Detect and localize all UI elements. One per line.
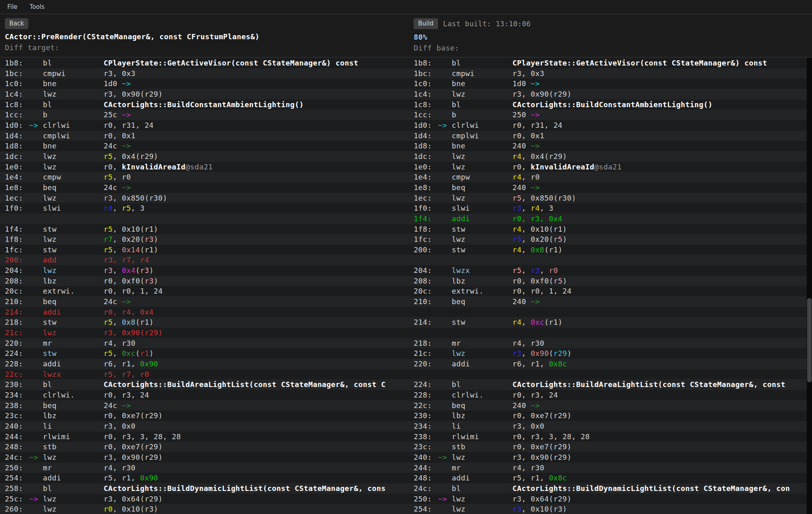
- asm-row[interactable]: 1e4:cmpwr5, r0: [0, 172, 409, 182]
- asm-row[interactable]: 1e8:beq24c ~>: [0, 182, 409, 193]
- asm-row[interactable]: 230:blCActorLights::BuildAreaLightList(c…: [0, 379, 409, 390]
- asm-address: 22c:: [409, 400, 438, 411]
- branch-arrow-slot: [438, 359, 452, 369]
- asm-row[interactable]: 23c:stbr0, 0xe7(r29): [409, 442, 812, 452]
- asm-row[interactable]: 1d4:cmplwir0, 0x1: [409, 131, 812, 141]
- branch-arrow-slot: [438, 58, 452, 68]
- asm-row[interactable]: 1cc:b250 ~>: [409, 110, 812, 120]
- asm-row[interactable]: 204:lwzxr5, r3, r0: [409, 265, 812, 276]
- asm-row[interactable]: 240:~>lwzr3, 0x90(r29): [409, 452, 812, 463]
- asm-row[interactable]: 214:stwr4, 0xc(r1): [409, 317, 812, 328]
- asm-row[interactable]: 24c:blCActorLights::BuildDynamicLightLis…: [409, 483, 812, 494]
- asm-token: CPlayerState::GetActiveVisor(const CStat…: [512, 59, 767, 67]
- asm-row[interactable]: 1e0:lwzr0, kInvalidAreaId@sda21: [409, 162, 812, 172]
- asm-row[interactable]: 248:addir5, r1, 0x8c: [409, 473, 812, 483]
- asm-row[interactable]: 1d0:~>clrlwir0, r31, 24: [409, 120, 812, 131]
- asm-row[interactable]: 250:~>lwzr3, 0x64(r29): [409, 494, 812, 504]
- asm-row[interactable]: 1e8:beq240 ~>: [409, 182, 812, 193]
- asm-row[interactable]: 1d4:cmplwir0, 0x1: [0, 131, 409, 141]
- branch-arrow-slot: [29, 58, 43, 68]
- asm-row[interactable]: 238:beq24c ~>: [0, 400, 409, 411]
- asm-row[interactable]: 218:mrr4, r30: [409, 338, 812, 349]
- asm-row[interactable]: 1f4:addir0, r3, 0x4: [409, 214, 812, 224]
- asm-row[interactable]: 254:lwzr3, 0x10(r3): [409, 504, 812, 514]
- menu-file[interactable]: File: [6, 2, 19, 11]
- asm-row[interactable]: 22c:beq240 ~>: [409, 400, 812, 411]
- asm-row[interactable]: 244:mrr4, r30: [409, 463, 812, 473]
- asm-token: r3, 0x3: [104, 69, 136, 78]
- asm-row[interactable]: 1dc:lwzr5, 0x4(r29): [0, 151, 409, 162]
- asm-row[interactable]: 1dc:lwzr4, 0x4(r29): [409, 151, 812, 162]
- asm-row[interactable]: 1c8:blCActorLights::BuildConstantAmbient…: [409, 99, 812, 110]
- back-button[interactable]: Back: [5, 18, 28, 29]
- vertical-scrollbar[interactable]: [807, 58, 812, 514]
- asm-row[interactable]: 1f8:stwr4, 0x10(r1): [409, 224, 812, 235]
- asm-row[interactable]: 230:lbzr0, 0xe7(r29): [409, 410, 812, 421]
- asm-row[interactable]: 210:beq24c ~>: [0, 296, 409, 307]
- asm-row[interactable]: 234:lir3, 0x0: [409, 421, 812, 432]
- asm-row[interactable]: 1fc:stwr5, 0x14(r1): [0, 245, 409, 255]
- asm-row[interactable]: 1e4:cmpwr4, r0: [409, 172, 812, 182]
- asm-row[interactable]: 224:stwr5, 0xc(r1): [0, 348, 409, 359]
- asm-row[interactable]: 1c4:lwzr3, 0x90(r29): [409, 89, 812, 99]
- base-asm-rows: 1b8:blCPlayerState::GetActiveVisor(const…: [409, 58, 812, 514]
- asm-row[interactable]: 1c0:bne1d0 ~>: [0, 78, 409, 89]
- asm-row[interactable]: 248:stbr0, 0xe7(r29): [0, 442, 409, 452]
- asm-row[interactable]: 1b8:blCPlayerState::GetActiveVisor(const…: [0, 58, 409, 68]
- asm-row[interactable]: 260:lwzr0, 0x10(r3): [0, 504, 409, 514]
- asm-operands: r0, r3, 3, 28, 28: [104, 432, 409, 442]
- asm-row[interactable]: 1cc:b25c ~>: [0, 110, 409, 120]
- asm-token: kInvalidAreaId: [531, 163, 594, 171]
- asm-row[interactable]: 254:addir5, r1, 0x90: [0, 473, 409, 483]
- asm-row[interactable]: 228:addir6, r1, 0x90: [0, 359, 409, 369]
- asm-row[interactable]: 23c:lbzr0, 0xe7(r29): [0, 410, 409, 421]
- asm-row[interactable]: 240:lir3, 0x0: [0, 421, 409, 432]
- asm-row[interactable]: 21c:lwzr3, 0x90(r29): [0, 328, 409, 338]
- asm-row[interactable]: 234:clrlwi.r0, r3, 24: [0, 390, 409, 400]
- asm-row[interactable]: 20c:extrwi.r0, r0, 1, 24: [409, 286, 812, 296]
- asm-row[interactable]: 238:rlwimir0, r3, 3, 28, 28: [409, 432, 812, 442]
- asm-row[interactable]: 224:blCActorLights::BuildAreaLightList(c…: [409, 379, 812, 390]
- asm-row[interactable]: 1c8:blCActorLights::BuildConstantAmbient…: [0, 99, 409, 110]
- asm-row[interactable]: 1f8:lwzr7, 0x20(r3): [0, 234, 409, 245]
- asm-row[interactable]: 220:addir6, r1, 0x8c: [409, 359, 812, 369]
- asm-row[interactable]: 22c:lwzxr5, r7, r0: [0, 369, 409, 380]
- asm-row[interactable]: 1f0:slwir4, r5, 3: [0, 203, 409, 214]
- asm-row[interactable]: 1e0:lwzr0, kInvalidAreaId@sda21: [0, 162, 409, 172]
- scrollbar-thumb[interactable]: [807, 298, 812, 382]
- asm-token: (: [549, 349, 553, 357]
- asm-row[interactable]: 200:stwr4, 0x8(r1): [409, 245, 812, 255]
- asm-row[interactable]: 1f4:stwr5, 0x10(r1): [0, 224, 409, 235]
- asm-row[interactable]: 218:stwr5, 0x8(r1): [0, 317, 409, 328]
- asm-row[interactable]: 1fc:lwzr3, 0x20(r5): [409, 234, 812, 245]
- asm-row[interactable]: 1f0:slwir3, r4, 3: [409, 203, 812, 214]
- asm-row[interactable]: 21c:lwzr3, 0x90(r29): [409, 348, 812, 359]
- asm-row[interactable]: 1c4:lwzr3, 0x90(r29): [0, 89, 409, 99]
- asm-row[interactable]: 1c0:bne1d0 ~>: [409, 78, 812, 89]
- asm-row[interactable]: 208:lbzr0, 0xf0(r5): [409, 276, 812, 286]
- asm-row[interactable]: 1ec:lwzr3, 0x850(r30): [0, 193, 409, 203]
- asm-row[interactable]: 250:mrr4, r30: [0, 463, 409, 473]
- asm-row[interactable]: 24c:~>lwzr3, 0x90(r29): [0, 452, 409, 463]
- menu-tools[interactable]: Tools: [28, 2, 46, 11]
- asm-row[interactable]: 258:blCActorLights::BuildDynamicLightLis…: [0, 483, 409, 494]
- asm-row[interactable]: 1d8:bne24c ~>: [0, 141, 409, 151]
- asm-row[interactable]: 1b8:blCPlayerState::GetActiveVisor(const…: [409, 58, 812, 68]
- asm-row[interactable]: 1d8:bne240 ~>: [409, 141, 812, 151]
- asm-row[interactable]: 214:addir0, r4, 0x4: [0, 307, 409, 317]
- asm-row[interactable]: 228:clrlwi.r0, r3, 24: [409, 390, 812, 400]
- build-button[interactable]: Build: [414, 18, 438, 29]
- asm-row[interactable]: 20c:extrwi.r0, r0, 1, 24: [0, 286, 409, 296]
- asm-row[interactable]: 1d0:~>clrlwir0, r31, 24: [0, 120, 409, 131]
- asm-row[interactable]: 220:mrr4, r30: [0, 338, 409, 349]
- asm-row[interactable]: 1ec:lwzr5, 0x850(r30): [409, 193, 812, 203]
- asm-row[interactable]: 1bc:cmpwir3, 0x3: [0, 68, 409, 79]
- asm-row[interactable]: 244:rlwimir0, r3, 3, 28, 28: [0, 432, 409, 442]
- asm-row[interactable]: 25c:~>lwzr3, 0x64(r29): [0, 494, 409, 504]
- asm-row[interactable]: 204:lwzr3, 0x4(r3): [0, 265, 409, 276]
- asm-row[interactable]: 200:addr3, r7, r4: [0, 255, 409, 265]
- asm-row[interactable]: 210:beq240 ~>: [409, 296, 812, 307]
- asm-row[interactable]: 208:lbzr0, 0xf0(r3): [0, 276, 409, 286]
- asm-operands: r3, 0x90(r29): [104, 452, 409, 463]
- asm-row[interactable]: 1bc:cmpwir3, 0x3: [409, 68, 812, 79]
